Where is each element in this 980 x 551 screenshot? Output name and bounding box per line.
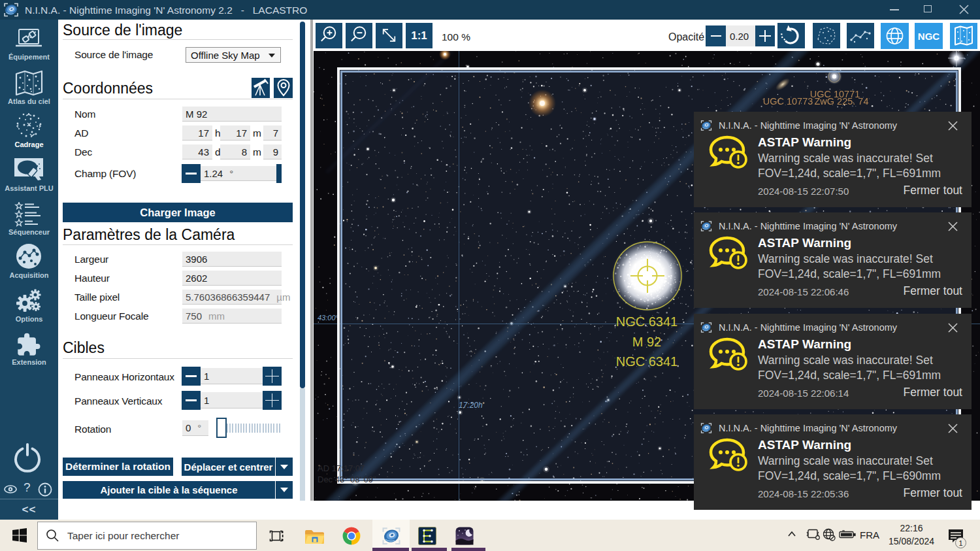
svg-text:M 92: M 92 bbox=[632, 335, 661, 349]
svg-text:17:20h: 17:20h bbox=[459, 401, 483, 410]
svg-text:AD 17:17:07: AD 17:17:07 bbox=[318, 463, 365, 473]
svg-text:Dec 43° 08' 09": Dec 43° 08' 09" bbox=[318, 475, 376, 484]
svg-text:NGC 6341: NGC 6341 bbox=[616, 314, 678, 329]
svg-text:NGC 6341: NGC 6341 bbox=[616, 354, 678, 369]
svg-text:ZwG 225. 74: ZwG 225. 74 bbox=[814, 96, 868, 107]
svg-text:43:00°: 43:00° bbox=[318, 314, 339, 322]
svg-text:UGC 10773: UGC 10773 bbox=[763, 96, 813, 107]
